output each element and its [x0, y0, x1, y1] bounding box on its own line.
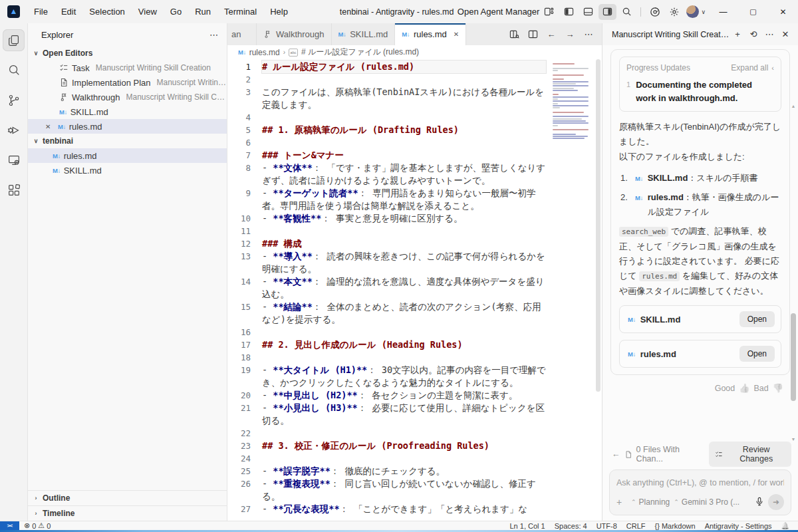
- breadcrumb-symbol[interactable]: # ルール設定ファイル (rules.md): [301, 47, 419, 58]
- menu-file[interactable]: File: [28, 4, 54, 19]
- editor-line[interactable]: 13- **導入**： 読者の興味を惹きつけ、この記事で何が得られるかを明確にす…: [227, 250, 546, 275]
- panel-close-icon[interactable]: ✕: [778, 27, 793, 42]
- editor-line[interactable]: 17## 2. 見出し作成のルール (Heading Rules): [227, 338, 546, 351]
- search-sidebar-icon[interactable]: [3, 59, 25, 81]
- file-skill-md[interactable]: M↓ SKILL.md: [28, 163, 227, 178]
- panel-more-icon[interactable]: ⋯: [762, 27, 777, 42]
- minimap[interactable]: [553, 63, 591, 140]
- editor-pane[interactable]: 1# ルール設定ファイル (rules.md)23このファイルは、原稿執筆(Te…: [227, 59, 602, 521]
- expand-all-button[interactable]: Expand all ‹: [731, 63, 774, 72]
- timeline-section[interactable]: › Timeline: [28, 505, 227, 521]
- menu-run[interactable]: Run: [189, 4, 217, 19]
- tab-rules-md[interactable]: M↓ rules.md ✕: [395, 23, 466, 45]
- toggle-left-panel-icon[interactable]: [560, 4, 578, 20]
- editor-line[interactable]: 1# ルール設定ファイル (rules.md): [227, 61, 546, 73]
- scroll-down-icon[interactable]: ▼: [789, 437, 797, 442]
- microphone-icon[interactable]: [755, 497, 764, 508]
- editor-line[interactable]: 4: [227, 111, 546, 124]
- editor-line[interactable]: 26- **重複表現**： 同じ言い回しが続いていないか確認し、修正する。: [227, 477, 546, 503]
- remote-indicator[interactable]: ><: [0, 521, 19, 530]
- settings-gear-icon[interactable]: [665, 4, 683, 20]
- problems-indicator[interactable]: ⊗ 0 ⚠ 0: [19, 521, 55, 530]
- editor-line[interactable]: 27- **冗長な表現**： 「ことができます」「と考えられます」な: [227, 503, 546, 515]
- user-avatar[interactable]: [686, 5, 699, 18]
- avatar-chevron-icon[interactable]: ∨: [701, 9, 706, 15]
- navigate-forward-icon[interactable]: →: [562, 27, 578, 43]
- editor-line[interactable]: 25- **誤字脱字**： 徹底的にチェックする。: [227, 465, 546, 477]
- menu-view[interactable]: View: [132, 4, 163, 19]
- history-icon[interactable]: ⟲: [746, 27, 761, 42]
- menu-help[interactable]: Help: [264, 4, 294, 19]
- close-tab-icon[interactable]: ✕: [454, 31, 459, 38]
- scrollbar-thumb[interactable]: [791, 313, 796, 401]
- toggle-right-panel-icon[interactable]: [598, 4, 616, 20]
- open-editor-rules-md[interactable]: ✕ M↓ rules.md: [28, 119, 227, 134]
- editor-line[interactable]: 22: [227, 427, 546, 440]
- editor-line[interactable]: 23## 3. 校正・修正のルール (Proofreading Rules): [227, 440, 546, 452]
- editor-line[interactable]: 10- **客観性**： 事実と意見を明確に区別する。: [227, 212, 546, 225]
- review-changes-button[interactable]: Review Changes: [709, 442, 791, 467]
- editor-line[interactable]: 7### トーン&マナー: [227, 149, 546, 162]
- editor-line[interactable]: 2: [227, 73, 546, 86]
- send-button[interactable]: ➜: [768, 494, 784, 510]
- editor-line[interactable]: 11: [227, 225, 546, 237]
- menu-terminal[interactable]: Terminal: [218, 4, 263, 19]
- indentation[interactable]: Spaces: 4: [550, 522, 592, 530]
- good-label[interactable]: Good: [715, 384, 735, 393]
- editor-line[interactable]: 15- **結論**： 全体のまとめと、読者の次のアクション(考察、応用など)を…: [227, 301, 546, 326]
- eol-sequence[interactable]: CRLF: [622, 522, 650, 530]
- close-icon[interactable]: ✕: [45, 123, 55, 130]
- scroll-up-icon[interactable]: ▲: [789, 104, 797, 108]
- editor-scrollbar[interactable]: [595, 59, 602, 521]
- cursor-position[interactable]: Ln 1, Col 1: [505, 522, 550, 530]
- new-conversation-icon[interactable]: +: [730, 27, 745, 42]
- search-icon[interactable]: [618, 4, 636, 20]
- open-editor-skill-md[interactable]: M↓ SKILL.md: [28, 104, 227, 119]
- remote-explorer-icon[interactable]: [3, 149, 25, 171]
- language-mode[interactable]: {} Markdown: [650, 522, 700, 530]
- toggle-bottom-panel-icon[interactable]: [579, 4, 597, 20]
- scrollbar-thumb[interactable]: [596, 59, 600, 392]
- maximize-button[interactable]: ▢: [738, 0, 768, 23]
- progress-updates-card[interactable]: Progress Updates Expand all ‹ 1 Document…: [619, 57, 781, 112]
- open-file-button[interactable]: Open: [739, 346, 775, 362]
- open-editor-walkthrough[interactable]: Walkthrough Manuscript Writing Skill Cre…: [28, 90, 227, 104]
- browser-icon[interactable]: [646, 4, 664, 20]
- editor-line[interactable]: 24: [227, 452, 546, 465]
- menu-edit[interactable]: Edit: [55, 4, 82, 19]
- thumbs-up-icon[interactable]: 👍: [739, 383, 749, 393]
- open-editor-implementation-plan[interactable]: Implementation Plan Manuscript Writing..…: [28, 75, 227, 90]
- editor-line[interactable]: 19- **大タイトル (H1)**： 30文字以内。記事の内容を一目で理解でき…: [227, 364, 546, 389]
- editor-line[interactable]: 18: [227, 351, 546, 364]
- chat-input-box[interactable]: + ⌃ Planning ⌃ Gemini 3 Pro (... ➜: [609, 469, 791, 515]
- breadcrumb-file[interactable]: rules.md: [249, 48, 280, 57]
- editor-line[interactable]: 6: [227, 136, 546, 149]
- file-card[interactable]: M↓SKILL.mdOpen: [619, 305, 781, 333]
- open-agent-manager-button[interactable]: Open Agent Manager: [452, 5, 560, 19]
- file-rules-md[interactable]: M↓ rules.md: [28, 148, 227, 163]
- editor-line[interactable]: 14- **本文**： 論理的な流れを意識し、適度な具体例やデータを盛り込む。: [227, 275, 546, 301]
- chat-input[interactable]: [616, 478, 784, 487]
- tab-implementation-plan-partial[interactable]: an: [227, 23, 257, 45]
- menu-selection[interactable]: Selection: [83, 4, 130, 19]
- file-card[interactable]: M↓rules.mdOpen: [619, 340, 781, 368]
- model-selector[interactable]: ⌃ Gemini 3 Pro (...: [674, 497, 739, 507]
- prev-change-icon[interactable]: ←: [612, 450, 620, 459]
- minimize-button[interactable]: —: [708, 0, 738, 23]
- editor-line[interactable]: 9- **ターゲット読者**： 専門用語をあまり知らない一般層〜初学者。専門用語…: [227, 187, 546, 212]
- outline-section[interactable]: › Outline: [28, 490, 227, 505]
- settings-sync[interactable]: Antigravity - Settings: [700, 522, 777, 530]
- attach-icon[interactable]: +: [616, 497, 627, 507]
- bad-label[interactable]: Bad: [754, 384, 769, 393]
- editor-line[interactable]: 16: [227, 326, 546, 338]
- explorer-more-icon[interactable]: ⋯: [209, 30, 219, 40]
- editor-line[interactable]: 3このファイルは、原稿執筆(TenbinAIスキル)における各種ルールを定義しま…: [227, 86, 546, 111]
- mode-selector[interactable]: ⌃ Planning: [631, 497, 670, 507]
- editor-line[interactable]: 21- **小見出し (H3)**： 必要に応じて使用し、詳細なトピックを区切る…: [227, 402, 546, 427]
- navigate-back-icon[interactable]: ←: [543, 27, 559, 43]
- split-editor-icon[interactable]: [525, 27, 541, 43]
- tab-skill-md[interactable]: M↓ SKILL.md: [332, 23, 396, 45]
- extensions-icon[interactable]: [3, 179, 25, 201]
- open-editor-task[interactable]: Task Manuscript Writing Skill Creation: [28, 61, 227, 75]
- menu-go[interactable]: Go: [164, 4, 188, 19]
